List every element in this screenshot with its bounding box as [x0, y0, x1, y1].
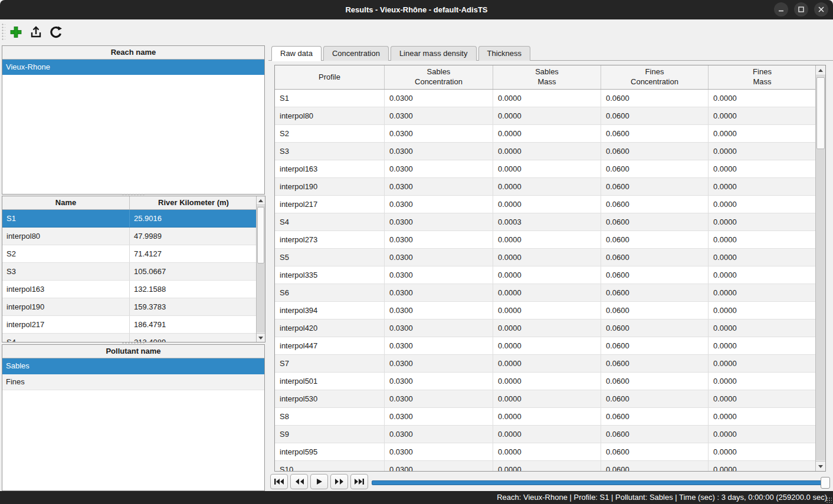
table-row[interactable]: interpol1900.03000.00000.06000.0000 — [275, 178, 816, 196]
toolbar-drag-handle[interactable] — [1, 23, 5, 41]
cell: 0.0000 — [709, 443, 816, 460]
cell: 0.0600 — [601, 355, 709, 372]
list-item[interactable]: Vieux-Rhone — [2, 60, 264, 75]
cell: 0.0600 — [601, 90, 709, 107]
close-button[interactable] — [814, 2, 828, 17]
table-row[interactable]: interpol190159.3783 — [2, 298, 257, 316]
table-row[interactable]: interpol800.03000.00000.06000.0000 — [275, 107, 816, 125]
tab-raw-data[interactable]: Raw data — [271, 46, 322, 61]
window-controls — [774, 2, 828, 17]
table-row[interactable]: S271.4127 — [2, 245, 257, 263]
fast-forward-button[interactable] — [330, 474, 348, 489]
cell: 0.0000 — [493, 373, 601, 390]
table-row[interactable]: S60.03000.00000.06000.0000 — [275, 284, 816, 302]
table-row[interactable]: S50.03000.00000.06000.0000 — [275, 249, 816, 266]
cell: interpol80 — [275, 107, 385, 124]
cell: interpol163 — [275, 160, 385, 177]
list-item[interactable]: Sables — [2, 358, 264, 374]
scroll-down-icon[interactable] — [816, 461, 825, 471]
table-row[interactable]: interpol2730.03000.00000.06000.0000 — [275, 231, 816, 249]
skip-end-button[interactable] — [350, 474, 368, 489]
play-button[interactable] — [310, 474, 328, 489]
cell: interpol335 — [275, 266, 385, 284]
tab-concentration[interactable]: Concentration — [323, 46, 389, 61]
cell: 0.0600 — [601, 266, 709, 284]
column-header[interactable]: Sables Concentration — [385, 65, 493, 89]
scrollbar-thumb[interactable] — [816, 77, 825, 149]
table-row[interactable]: interpol4200.03000.00000.06000.0000 — [275, 319, 816, 337]
tab-thickness[interactable]: Thickness — [478, 46, 531, 61]
profiles-scrollbar[interactable] — [256, 196, 265, 342]
left-panel: Reach name Vieux-Rhone Name River Kilome… — [0, 44, 267, 491]
cell: 0.0600 — [601, 284, 709, 301]
time-slider-handle[interactable] — [821, 477, 830, 489]
table-row[interactable]: interpol3350.03000.00000.06000.0000 — [275, 266, 816, 284]
cell: 0.0600 — [601, 337, 709, 354]
table-row[interactable]: S3105.0667 — [2, 263, 257, 281]
column-header-name[interactable]: Name — [2, 196, 130, 209]
table-row[interactable]: S30.03000.00000.06000.0000 — [275, 143, 816, 160]
cell: 0.0000 — [709, 125, 816, 142]
reach-list: Reach name Vieux-Rhone — [2, 45, 265, 195]
reload-button[interactable] — [47, 22, 65, 41]
cell: 0.0000 — [709, 231, 816, 248]
scroll-up-icon[interactable] — [257, 196, 265, 205]
profiles-table: Name River Kilometer (m) S125.9016interp… — [2, 196, 265, 342]
add-button[interactable] — [6, 22, 25, 41]
cell: 0.0600 — [601, 443, 709, 460]
table-row[interactable]: interpol3940.03000.00000.06000.0000 — [275, 302, 816, 319]
cell: 0.0300 — [385, 337, 493, 354]
toolbar — [0, 19, 833, 44]
cell: 0.0000 — [493, 249, 601, 266]
table-row[interactable]: S20.03000.00000.06000.0000 — [275, 125, 816, 143]
skip-start-button[interactable] — [270, 474, 288, 489]
table-row[interactable]: S80.03000.00000.06000.0000 — [275, 408, 816, 426]
maximize-button[interactable] — [794, 2, 808, 17]
cell: S2 — [275, 125, 385, 142]
table-row[interactable]: S10.03000.00000.06000.0000 — [275, 90, 816, 107]
table-row[interactable]: S90.03000.00000.06000.0000 — [275, 426, 816, 443]
table-row[interactable]: interpol4470.03000.00000.06000.0000 — [275, 337, 816, 355]
cell: 0.0600 — [601, 143, 709, 160]
table-row[interactable]: interpol2170.03000.00000.06000.0000 — [275, 196, 816, 213]
resize-grip[interactable] — [826, 497, 832, 503]
table-row[interactable]: S4213.4089 — [2, 334, 257, 342]
table-row[interactable]: interpol5950.03000.00000.06000.0000 — [275, 443, 816, 461]
table-row[interactable]: interpol217186.4791 — [2, 316, 257, 334]
time-slider[interactable] — [372, 477, 830, 489]
column-header[interactable]: Sables Mass — [493, 65, 601, 89]
time-slider-track[interactable] — [372, 480, 830, 485]
cell: 0.0300 — [385, 125, 493, 142]
scrollbar-thumb[interactable] — [257, 207, 264, 263]
cell: S6 — [275, 284, 385, 301]
scroll-up-icon[interactable] — [816, 65, 825, 75]
export-button[interactable] — [27, 22, 45, 41]
rewind-button[interactable] — [290, 474, 308, 489]
cell: 0.0300 — [385, 319, 493, 337]
table-row[interactable]: S100.03000.00000.06000.0000 — [275, 461, 816, 472]
table-row[interactable]: interpol1630.03000.00000.06000.0000 — [275, 160, 816, 178]
cell: S4 — [2, 334, 130, 342]
table-row[interactable]: interpol5010.03000.00000.06000.0000 — [275, 373, 816, 390]
list-item[interactable]: Fines — [2, 374, 264, 390]
cell: 0.0000 — [493, 90, 601, 107]
scroll-down-icon[interactable] — [257, 333, 265, 342]
column-header[interactable]: Fines Mass — [709, 65, 816, 89]
column-header[interactable]: Fines Concentration — [601, 65, 709, 89]
cell: 159.3783 — [130, 298, 257, 315]
table-row[interactable]: interpol163132.1588 — [2, 281, 257, 298]
minimize-button[interactable] — [774, 2, 788, 17]
column-header[interactable]: Profile — [275, 65, 385, 89]
cell: 0.0000 — [709, 373, 816, 390]
cell: 0.0600 — [601, 461, 709, 472]
tab-linear-mass-density[interactable]: Linear mass density — [391, 46, 477, 61]
table-row[interactable]: S40.03000.00030.06000.0000 — [275, 213, 816, 231]
table-row[interactable]: S125.9016 — [2, 210, 257, 228]
column-header-river-kilometer[interactable]: River Kilometer (m) — [130, 196, 257, 209]
table-row[interactable]: S70.03000.00000.06000.0000 — [275, 355, 816, 373]
results-scrollbar[interactable] — [815, 65, 825, 471]
table-row[interactable]: interpol5300.03000.00000.06000.0000 — [275, 390, 816, 408]
table-row[interactable]: interpol8047.9989 — [2, 228, 257, 245]
titlebar[interactable]: Results - Vieux-Rhône - default-AdisTS — [0, 0, 833, 19]
cell: 0.0000 — [709, 160, 816, 177]
